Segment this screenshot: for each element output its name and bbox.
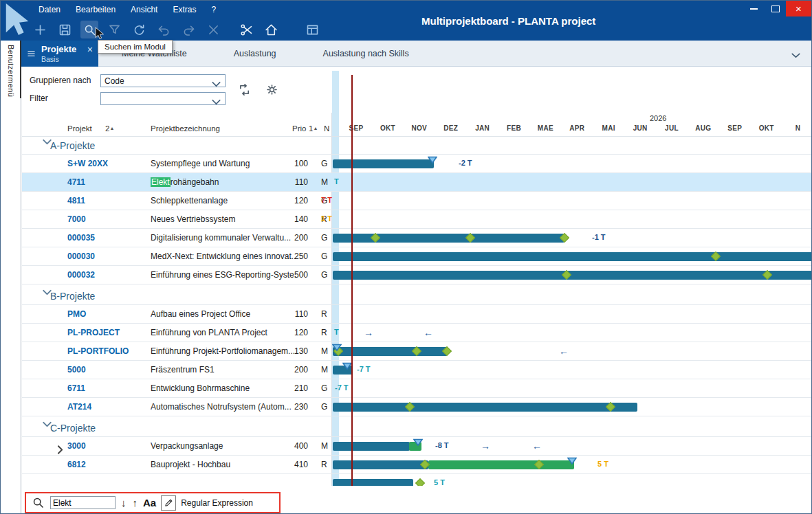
save-button[interactable] — [56, 21, 74, 38]
maximize-button[interactable] — [765, 1, 786, 16]
table-row[interactable]: 5 T — [22, 474, 812, 486]
module-button[interactable] — [303, 21, 321, 38]
group-row[interactable]: B-Projekte — [22, 284, 812, 305]
project-id[interactable]: S+W 20XX — [67, 155, 149, 172]
refresh-button[interactable] — [130, 21, 148, 38]
cut-icon — [239, 23, 254, 37]
gantt-row: 5 T — [332, 474, 812, 486]
chevron-down-icon[interactable] — [789, 48, 803, 63]
search-prev-button[interactable]: ↑ — [132, 497, 139, 509]
table-row[interactable]: PL-PROJECTEinführung von PLANTA Project1… — [22, 324, 812, 342]
project-name: Systempflege und Wartung — [151, 155, 296, 172]
deadline-triangle[interactable] — [567, 457, 577, 465]
col-projekt[interactable]: Projekt — [67, 124, 92, 133]
menu-item-bearbeiten[interactable]: Bearbeiten — [68, 1, 123, 19]
table-row[interactable]: 7000Neues Vertriebssystem140R1 T — [22, 210, 812, 229]
group-by-select[interactable]: Code — [100, 74, 226, 87]
table-row[interactable]: 3000Verpackungsanlage400M→←-8 T — [22, 437, 812, 456]
match-case-button[interactable]: Aa — [143, 497, 156, 509]
timeline-month: FEB — [507, 124, 521, 132]
project-id[interactable]: 4711 — [67, 173, 149, 191]
project-id[interactable]: 5000 — [67, 361, 149, 379]
project-name: Bauprojekt - Hochbau — [151, 456, 296, 473]
tab-close-icon[interactable]: × — [87, 44, 93, 55]
gantt-bar[interactable] — [333, 159, 434, 168]
project-id[interactable]: 4811 — [67, 192, 149, 210]
filter-button[interactable] — [105, 21, 123, 38]
gantt-bar[interactable] — [333, 479, 413, 486]
project-id[interactable]: AT214 — [67, 398, 149, 416]
table-row[interactable]: 6812Bauprojekt - Hochbau410R5 T — [22, 456, 812, 474]
gantt-bar[interactable] — [333, 347, 448, 356]
home-button[interactable] — [262, 21, 280, 38]
redo-button[interactable] — [179, 21, 197, 38]
search-next-button[interactable]: ↓ — [120, 497, 127, 509]
search-input[interactable] — [50, 496, 116, 509]
project-id[interactable]: PL-PROJECT — [67, 324, 149, 342]
menu-item-daten[interactable]: Daten — [31, 1, 68, 19]
project-id[interactable]: 3000 — [67, 437, 149, 455]
deadline-triangle[interactable] — [342, 362, 352, 370]
table-row[interactable]: 000032Einführung eines ESG-Reporting-Sys… — [22, 266, 812, 284]
deadline-triangle[interactable] — [428, 156, 437, 164]
table-row[interactable]: PL-PORTFOLIOEinführung Projekt-Portfolio… — [22, 342, 812, 361]
table-row[interactable]: 6711Entwicklung Bohrmaschine210G-7 T — [22, 379, 812, 398]
cut-button[interactable] — [237, 21, 255, 38]
gantt-bar[interactable] — [333, 271, 812, 280]
project-name: MedX-Next: Entwicklung eines innovat... — [151, 247, 296, 265]
gantt-bar[interactable] — [333, 442, 410, 451]
gantt-bar[interactable] — [333, 234, 564, 243]
minimize-button[interactable] — [743, 1, 765, 16]
layout-swap-button[interactable] — [235, 80, 253, 98]
gantt-bar[interactable] — [333, 403, 637, 412]
table-row[interactable]: S+W 20XXSystempflege und Wartung100G-2 T — [22, 155, 812, 173]
table-row[interactable]: 4711Elektrohängebahn110MT — [22, 173, 812, 192]
highlight-all-button[interactable] — [161, 495, 176, 511]
project-id[interactable] — [67, 474, 149, 486]
deadline-triangle[interactable] — [413, 438, 423, 446]
group-row[interactable]: A-Projekte — [22, 137, 812, 155]
group-row[interactable]: C-Projekte — [22, 416, 812, 437]
menu-item-ansicht[interactable]: Ansicht — [123, 1, 165, 19]
settings-button[interactable] — [263, 80, 281, 98]
milestone-diamond[interactable] — [415, 478, 425, 486]
table-row[interactable]: AT214Automatisches Notrufsystem (Autom..… — [22, 398, 812, 416]
close-button[interactable] — [204, 21, 222, 38]
project-name: Fräszentrum FS1 — [151, 361, 296, 379]
project-id[interactable]: PL-PORTFOLIO — [67, 342, 149, 360]
sort-projekt[interactable]: 2▲ — [105, 124, 114, 133]
menu-item-hilfe[interactable]: ? — [204, 1, 223, 19]
user-menu-strip[interactable]: Benutzermenü — [1, 41, 21, 513]
undo-button[interactable] — [155, 21, 173, 38]
project-id[interactable]: 000032 — [67, 266, 149, 284]
table-row[interactable]: PMOAufbau eines Project Office110R — [22, 305, 812, 324]
table-row[interactable]: 000035Digitalisierung kommunaler Verwalt… — [22, 229, 812, 247]
gantt-bar[interactable] — [428, 460, 574, 469]
project-id[interactable]: 000035 — [67, 229, 149, 247]
tab-auslastung[interactable]: Auslastung — [210, 41, 300, 67]
project-id[interactable]: 000030 — [67, 247, 149, 265]
toolbar — [31, 19, 321, 40]
sort-prio[interactable]: 1▲ — [309, 124, 318, 133]
col-prio[interactable]: Prio — [292, 124, 306, 133]
expand-chevron-icon[interactable] — [53, 443, 67, 457]
table-row[interactable]: 5000Fräszentrum FS1200M-7 T — [22, 361, 812, 379]
close-button[interactable]: × — [786, 1, 811, 16]
user-menu-label: Benutzermenü — [7, 45, 15, 97]
tab-projekte-active[interactable]: Projekte Basis × — [21, 41, 98, 67]
menu-item-extras[interactable]: Extras — [165, 1, 204, 19]
project-id[interactable]: 7000 — [67, 210, 149, 228]
tab-auslastung-nach-skills[interactable]: Auslastung nach Skills — [300, 41, 432, 67]
project-id[interactable]: 6711 — [67, 379, 149, 397]
gantt-bar[interactable] — [333, 460, 428, 469]
gantt-bar[interactable] — [333, 252, 812, 261]
col-projektbezeichnung[interactable]: Projektbezeichnung — [151, 124, 220, 133]
project-id[interactable]: 6812 — [67, 456, 149, 473]
table-row[interactable]: 000030MedX-Next: Entwicklung eines innov… — [22, 247, 812, 266]
hamburger-icon[interactable] — [26, 49, 36, 58]
filter-select[interactable] — [100, 92, 226, 105]
table-row[interactable]: 4811Schleppkettenanlage120G7 T — [22, 192, 812, 210]
gantt-row — [332, 266, 812, 284]
deadline-triangle[interactable] — [332, 344, 342, 351]
project-id[interactable]: PMO — [67, 305, 149, 323]
